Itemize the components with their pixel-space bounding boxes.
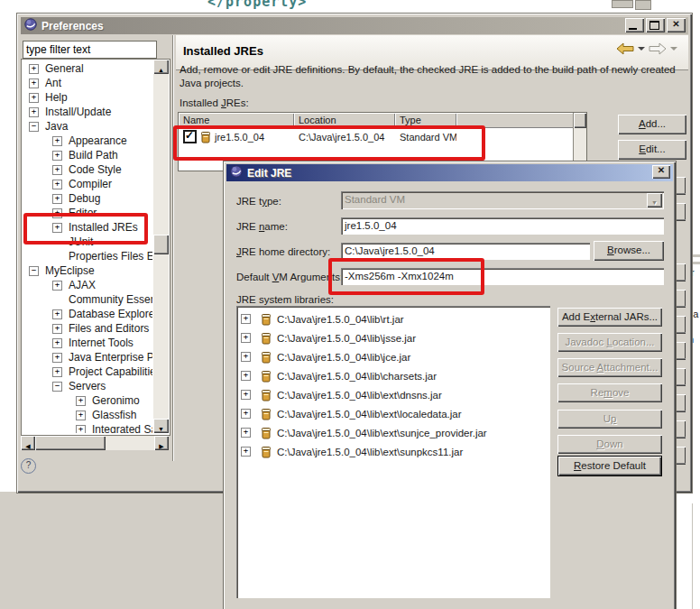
scrollbar-thumb[interactable]: [35, 436, 106, 450]
browse-button[interactable]: Browse...: [594, 241, 664, 261]
tree-item-properties-files-editor[interactable]: Properties Files Editor: [22, 249, 152, 263]
tree-expander-icon[interactable]: [52, 194, 62, 204]
back-arrow-icon[interactable]: [616, 42, 634, 55]
tree-item-glassfish[interactable]: Glassfish: [22, 408, 152, 422]
tree-expander-icon[interactable]: [241, 409, 251, 419]
button-add-external-jars[interactable]: Add External JARs...: [557, 308, 662, 327]
tree-expander-icon[interactable]: [241, 314, 251, 324]
jar-list-item[interactable]: C:\Java\jre1.5.0_04\lib\ext\sunpkcs11.ja…: [236, 442, 550, 461]
tree-horizontal-scrollbar[interactable]: [21, 436, 169, 450]
tree-vertical-scrollbar[interactable]: [153, 60, 169, 433]
tree-expander-icon[interactable]: [29, 107, 39, 117]
tree-item-general[interactable]: General: [22, 61, 152, 76]
scroll-left-icon[interactable]: [21, 436, 35, 450]
jar-list-item[interactable]: C:\Java\jre1.5.0_04\lib\jsse.jar: [236, 328, 550, 347]
tree-item-geronimo[interactable]: Geronimo: [22, 393, 152, 408]
jre-home-label: JRE home directory:: [236, 246, 330, 257]
tree-item-build-path[interactable]: Build Path: [22, 148, 152, 162]
tree-expander-icon[interactable]: [52, 281, 62, 291]
tree-expander-icon[interactable]: [29, 78, 39, 88]
tree-expander-icon[interactable]: [29, 93, 39, 103]
button-up[interactable]: Up: [557, 410, 662, 429]
tree-expander-icon[interactable]: [76, 411, 86, 420]
jar-list-item[interactable]: C:\Java\jre1.5.0_04\lib\rt.jar: [236, 309, 550, 328]
tree-expander-icon[interactable]: [76, 425, 86, 434]
tree-item-files-and-editors[interactable]: Files and Editors: [22, 321, 152, 336]
tree-item-label: MyEclipse: [43, 264, 97, 277]
tree-item-help[interactable]: Help: [22, 90, 152, 105]
tree-item-label: Java Enterprise Project: [67, 351, 152, 364]
tree-item-servers[interactable]: Servers: [22, 379, 152, 393]
jar-path-label: C:\Java\jre1.5.0_04\lib\ext\sunpkcs11.ja…: [277, 447, 463, 457]
background-window-fragment: [612, 0, 633, 8]
tree-expander-icon[interactable]: [241, 333, 251, 343]
button-remove[interactable]: Remove: [557, 383, 662, 402]
tree-expander-icon[interactable]: [52, 367, 62, 377]
close-button[interactable]: [667, 18, 686, 32]
minimize-button[interactable]: [625, 18, 644, 32]
tree-item-java[interactable]: Java: [22, 119, 152, 134]
tree-expander-icon[interactable]: [52, 353, 62, 363]
help-icon[interactable]: ?: [21, 458, 36, 474]
tree-item-install-update[interactable]: Install/Update: [22, 105, 152, 119]
tree-item-integrated-sandbox[interactable]: Integrated Sandbox: [22, 422, 152, 433]
tree-expander-icon[interactable]: [52, 180, 62, 189]
jar-list-item[interactable]: C:\Java\jre1.5.0_04\lib\jce.jar: [236, 347, 550, 366]
tree-item-appearance[interactable]: Appearance: [22, 134, 152, 148]
scrollbar-thumb[interactable]: [153, 235, 169, 254]
add-jre-button[interactable]: Add...: [618, 115, 686, 134]
tree-expander-icon[interactable]: [52, 136, 62, 146]
tree-item-ant[interactable]: Ant: [22, 76, 152, 90]
tree-item-community-essentials[interactable]: Community Essentials: [22, 292, 152, 307]
jar-list-item[interactable]: C:\Java\jre1.5.0_04\lib\ext\sunjce_provi…: [236, 423, 550, 442]
button-restore-default[interactable]: Restore Default: [557, 456, 662, 476]
tree-item-ajax[interactable]: AJAX: [22, 278, 152, 292]
jar-list-item[interactable]: C:\Java\jre1.5.0_04\lib\ext\dnsns.jar: [236, 385, 550, 404]
button-javadoc-location[interactable]: Javadoc Location...: [557, 333, 662, 352]
scroll-up-icon[interactable]: [153, 60, 169, 74]
tree-expander-icon[interactable]: [52, 165, 62, 175]
tree-item-java-enterprise-project[interactable]: Java Enterprise Project: [22, 350, 152, 364]
scroll-right-icon[interactable]: [154, 436, 169, 450]
tree-expander-icon[interactable]: [52, 324, 62, 334]
tree-item-debug[interactable]: Debug: [22, 191, 152, 206]
tree-item-internet-tools[interactable]: Internet Tools: [22, 336, 152, 350]
dialog-close-icon[interactable]: [652, 165, 670, 179]
tree-expander-icon[interactable]: [241, 371, 251, 381]
tree-item-label: Database Explorer: [67, 308, 152, 320]
tree-item-compiler[interactable]: Compiler: [22, 177, 152, 191]
scroll-down-icon[interactable]: [153, 419, 169, 433]
tree-item-project-capabilities[interactable]: Project Capabilities: [22, 364, 152, 379]
forward-history-dropdown-icon[interactable]: [670, 47, 677, 51]
tree-expander-icon[interactable]: [29, 266, 39, 276]
edit-jre-button[interactable]: Edit...: [618, 140, 686, 160]
tree-expander-icon[interactable]: [241, 390, 251, 400]
maximize-button[interactable]: [646, 18, 665, 32]
background-edge-line: [692, 503, 693, 609]
jar-list-item[interactable]: C:\Java\jre1.5.0_04\lib\charsets.jar: [236, 366, 550, 385]
tree-expander-icon[interactable]: [29, 122, 39, 132]
filter-input[interactable]: [23, 41, 157, 59]
button-down[interactable]: Down: [557, 435, 662, 454]
tree-expander-icon[interactable]: [241, 428, 251, 438]
forward-arrow-icon[interactable]: [649, 42, 667, 55]
jar-list-item[interactable]: C:\Java\jre1.5.0_04\lib\ext\localedata.j…: [236, 404, 550, 423]
tree-item-myeclipse[interactable]: MyEclipse: [22, 263, 152, 278]
jar-path-label: C:\Java\jre1.5.0_04\lib\charsets.jar: [277, 371, 437, 382]
tree-expander-icon[interactable]: [29, 64, 39, 74]
tree-expander-icon[interactable]: [76, 396, 86, 406]
button-source-attachment[interactable]: Source Attachment...: [557, 358, 662, 377]
tree-expander-icon[interactable]: [52, 382, 62, 392]
preferences-titlebar[interactable]: Preferences: [21, 17, 688, 34]
background-window-fragment: [635, 0, 651, 10]
tree-expander-icon[interactable]: [52, 309, 62, 319]
tree-expander-icon[interactable]: [241, 352, 251, 362]
tree-item-database-explorer[interactable]: Database Explorer: [22, 307, 152, 321]
back-history-dropdown-icon[interactable]: [638, 47, 645, 51]
edit-jre-titlebar[interactable]: Edit JRE: [226, 164, 673, 181]
tree-expander-icon[interactable]: [52, 338, 62, 348]
jre-name-field[interactable]: jre1.5.0_04: [341, 217, 664, 235]
tree-item-code-style[interactable]: Code Style: [22, 162, 152, 177]
tree-expander-icon[interactable]: [52, 151, 62, 161]
tree-expander-icon[interactable]: [241, 447, 251, 457]
